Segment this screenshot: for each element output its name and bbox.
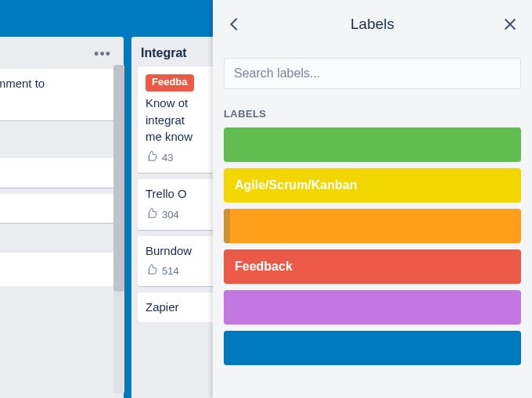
popover-title: Labels: [350, 16, 394, 33]
labels-section-header: LABELS: [224, 108, 521, 120]
list-title: Integrat: [141, 46, 187, 60]
vote-count: 43: [162, 151, 173, 166]
list-partial-left: ns ••• ? (Comment to 4 l) 1: [0, 37, 124, 398]
label-row[interactable]: [224, 209, 521, 243]
card-text: l): [0, 200, 110, 217]
label-row[interactable]: Agile/Scrum/Kanban: [224, 168, 521, 203]
card[interactable]: l): [0, 194, 117, 224]
card-text: ? (Comment to: [0, 75, 110, 92]
close-button[interactable]: [499, 13, 521, 35]
thumbs-up-icon: [146, 150, 157, 167]
label-row[interactable]: [224, 127, 521, 162]
search-labels-input[interactable]: [224, 58, 521, 89]
label-list: Agile/Scrum/KanbanFeedback: [224, 127, 521, 365]
card[interactable]: 1: [0, 253, 117, 286]
label-row[interactable]: [224, 331, 521, 365]
scrollbar-thumb[interactable]: [113, 65, 124, 292]
vote-count: 304: [162, 208, 179, 223]
list-menu-icon[interactable]: •••: [91, 46, 114, 63]
back-button[interactable]: [224, 13, 246, 35]
label-row[interactable]: Feedback: [224, 249, 521, 284]
label-name: Agile/Scrum/Kanban: [235, 178, 357, 192]
label-row[interactable]: [224, 290, 521, 324]
label-name: Feedback: [235, 260, 293, 274]
thumbs-up-icon: [146, 207, 157, 224]
vote-count: 514: [162, 264, 179, 279]
card-text: 4: [0, 164, 110, 181]
card[interactable]: ? (Comment to: [0, 69, 117, 120]
card-label-feedback: Feedba: [146, 74, 194, 91]
card[interactable]: 4: [0, 158, 117, 188]
thumbs-up-icon: [146, 264, 157, 280]
labels-popover: Labels LABELS Agile/Scrum/KanbanFeedback: [213, 0, 532, 398]
